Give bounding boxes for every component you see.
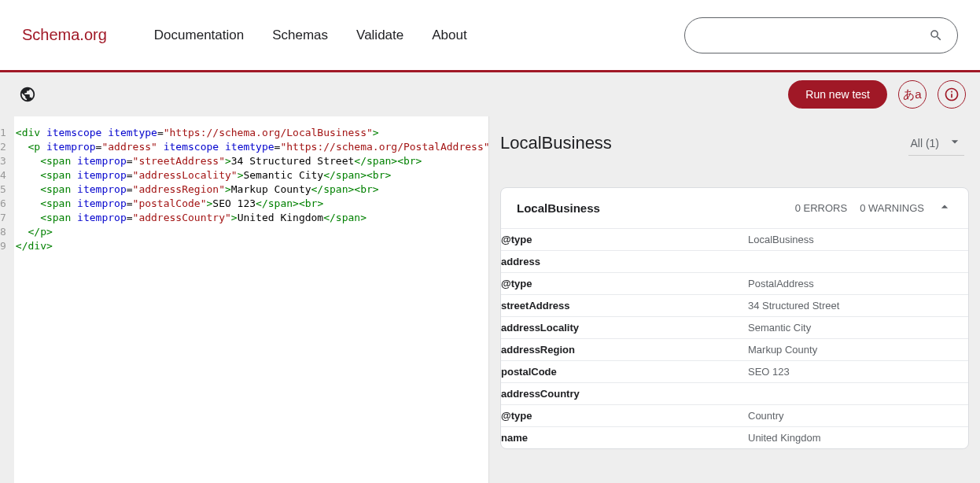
line-number: 6 <box>0 197 6 211</box>
card-counts: 0 ERRORS 0 WARNINGS <box>795 202 924 214</box>
line-number: 3 <box>0 154 6 168</box>
filter-label: All (1) <box>910 137 939 149</box>
run-new-test-button[interactable]: Run new test <box>788 80 887 109</box>
chevron-down-icon <box>947 134 963 152</box>
line-number: 2 <box>0 140 6 154</box>
results-pane: LocalBusiness All (1) LocalBusiness 0 ER… <box>488 116 980 483</box>
table-row[interactable]: addressCountry <box>501 383 968 405</box>
properties-table: @typeLocalBusiness address @typePostalAd… <box>501 228 968 448</box>
nav-about[interactable]: About <box>432 28 466 43</box>
prop-key: postalCode <box>501 361 748 383</box>
prop-key: name <box>501 427 748 449</box>
line-gutter: 1 2 3 4 5 6 7 8 9 <box>0 116 14 483</box>
prop-value: PostalAddress <box>748 273 968 295</box>
prop-key: addressLocality <box>501 317 748 339</box>
prop-value: 34 Structured Street <box>748 295 968 317</box>
prop-key: addressRegion <box>501 339 748 361</box>
nav-validate[interactable]: Validate <box>356 28 403 43</box>
warnings-count: 0 WARNINGS <box>860 202 924 214</box>
search-input[interactable] <box>699 29 929 42</box>
line-number: 1 <box>0 126 6 140</box>
prop-key: @type <box>501 229 748 251</box>
language-button[interactable]: あa <box>898 80 927 109</box>
nav-documentation[interactable]: Documentation <box>154 28 244 43</box>
toolbar-right: Run new test あa <box>788 80 966 109</box>
main-nav: Documentation Schemas Validate About <box>154 28 467 43</box>
table-row[interactable]: address <box>501 251 968 273</box>
table-row[interactable]: addressLocalitySemantic City <box>501 317 968 339</box>
table-row[interactable]: streetAddress34 Structured Street <box>501 295 968 317</box>
results-heading-row: LocalBusiness All (1) <box>500 131 969 156</box>
search-box[interactable] <box>684 17 958 53</box>
main-split: 1 2 3 4 5 6 7 8 9 <div itemscope itemtyp… <box>0 116 980 483</box>
logo[interactable]: Schema.org <box>22 26 107 44</box>
code-editor[interactable]: 1 2 3 4 5 6 7 8 9 <div itemscope itemtyp… <box>0 116 488 483</box>
prop-key: address <box>501 251 748 273</box>
line-number: 8 <box>0 225 6 239</box>
result-card: LocalBusiness 0 ERRORS 0 WARNINGS @typeL… <box>500 187 969 449</box>
table-row[interactable]: addressRegionMarkup County <box>501 339 968 361</box>
search-container <box>684 17 958 53</box>
line-number: 9 <box>0 239 6 253</box>
prop-key: @type <box>501 405 748 427</box>
table-row[interactable]: @typePostalAddress <box>501 273 968 295</box>
code-content[interactable]: <div itemscope itemtype="https://schema.… <box>14 116 504 483</box>
nav-schemas[interactable]: Schemas <box>272 28 328 43</box>
globe-icon[interactable] <box>14 81 41 108</box>
line-number: 5 <box>0 183 6 197</box>
table-row[interactable]: @typeCountry <box>501 405 968 427</box>
top-bar: Schema.org Documentation Schemas Validat… <box>0 0 980 72</box>
toolbar: Run new test あa <box>0 72 980 116</box>
line-number: 7 <box>0 211 6 225</box>
prop-value: Semantic City <box>748 317 968 339</box>
search-icon[interactable] <box>929 28 943 42</box>
chevron-up-icon[interactable] <box>937 199 952 217</box>
prop-value: Country <box>748 405 968 427</box>
prop-key: addressCountry <box>501 383 748 405</box>
table-row[interactable]: nameUnited Kingdom <box>501 427 968 449</box>
prop-key: @type <box>501 273 748 295</box>
errors-count: 0 ERRORS <box>795 202 847 214</box>
card-title: LocalBusiness <box>517 201 600 215</box>
prop-value: SEO 123 <box>748 361 968 383</box>
prop-value: Markup County <box>748 339 968 361</box>
prop-key: streetAddress <box>501 295 748 317</box>
result-card-header[interactable]: LocalBusiness 0 ERRORS 0 WARNINGS <box>501 188 968 228</box>
table-row[interactable]: @typeLocalBusiness <box>501 229 968 251</box>
table-row[interactable]: postalCodeSEO 123 <box>501 361 968 383</box>
info-button[interactable] <box>938 80 966 109</box>
line-number: 4 <box>0 168 6 183</box>
prop-value: LocalBusiness <box>748 229 968 251</box>
results-filter-dropdown[interactable]: All (1) <box>908 131 964 156</box>
results-heading: LocalBusiness <box>500 133 612 153</box>
prop-value: United Kingdom <box>748 427 968 449</box>
